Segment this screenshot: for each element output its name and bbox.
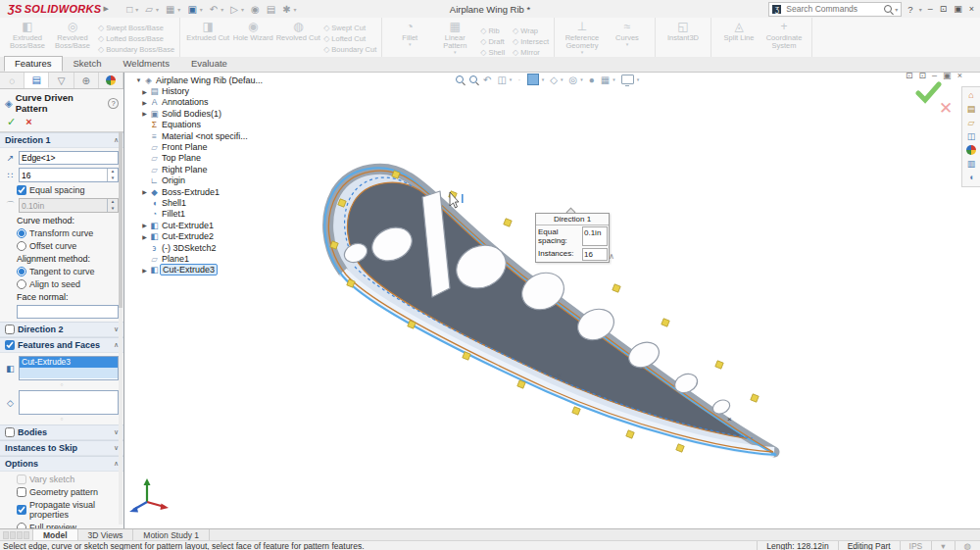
tree-expander-icon[interactable]: ▶: [140, 88, 149, 95]
section-direction2[interactable]: Direction 2 ∨: [0, 322, 123, 337]
tree-expander-icon[interactable]: ▼: [134, 77, 143, 83]
ribbon-button-coordinate-system[interactable]: +Coordinate System: [761, 20, 807, 50]
geometry-pattern-checkbox[interactable]: [17, 487, 26, 497]
select-icon[interactable]: ▷: [230, 4, 238, 15]
direction2-checkbox[interactable]: [5, 325, 15, 334]
tree-expander-icon[interactable]: ▶: [140, 110, 149, 117]
pattern-instance-marker[interactable]: [572, 407, 580, 415]
ribbon-button-lofted-boss-base[interactable]: ◇Lofted Boss/Base: [98, 34, 174, 43]
design-library-icon[interactable]: ▤: [965, 104, 977, 115]
offset-curve-radio[interactable]: [17, 241, 26, 251]
solidworks-forum-icon[interactable]: ◖: [965, 173, 977, 183]
tree-expander-icon[interactable]: ▶: [140, 188, 149, 195]
spacing-spinner[interactable]: ▲▼: [19, 198, 119, 213]
tab-evaluate[interactable]: Evaluate: [180, 56, 238, 72]
previous-view-icon[interactable]: ↶: [483, 75, 491, 85]
status-units-dropdown-icon[interactable]: ▾: [931, 541, 954, 550]
ribbon-button-revolved-cut[interactable]: ◍Revolved Cut: [275, 20, 320, 42]
undo-icon[interactable]: ↶: [210, 4, 218, 15]
pattern-instance-marker[interactable]: [676, 444, 684, 452]
section-instances-to-skip[interactable]: Instances to Skip ∨: [0, 440, 123, 456]
ribbon-button-instant3d[interactable]: ◱Instant3D: [661, 20, 706, 42]
tab-configurationmanager[interactable]: ▽: [49, 73, 74, 88]
help-button[interactable]: ?: [907, 4, 912, 15]
apply-scene-icon[interactable]: ▦: [601, 75, 610, 85]
split-window-icon[interactable]: ⊡: [919, 73, 927, 80]
tooltip-collapse-chevron[interactable]: ∧: [609, 252, 614, 261]
dropdown-arrow-icon[interactable]: ▾: [560, 50, 605, 55]
status-units[interactable]: IPS: [900, 541, 932, 550]
minimize-button[interactable]: –: [928, 4, 933, 14]
cancel-button[interactable]: ×: [25, 116, 31, 128]
display-style-icon[interactable]: ◇: [550, 75, 558, 85]
tree-expander-icon[interactable]: ▶: [140, 99, 149, 106]
ribbon-button-boundary-boss-base[interactable]: ◇Boundary Boss/Base: [98, 45, 174, 54]
hide-show-items-icon[interactable]: ◎: [568, 75, 577, 85]
search-dropdown-icon[interactable]: ▾: [895, 6, 898, 13]
view-tab-motion-study-1[interactable]: Motion Study 1: [133, 529, 210, 540]
face-normal-field[interactable]: [17, 305, 119, 319]
section-features-and-faces[interactable]: Features and Faces ∧: [0, 337, 123, 353]
tab-displaymanager[interactable]: [99, 73, 123, 88]
solidworks-resources-icon[interactable]: ⌂: [965, 90, 977, 101]
tree-item-airplane-wing-rib-defau[interactable]: ▼◈Airplane Wing Rib (Defau...: [134, 75, 306, 85]
custom-properties-icon[interactable]: ▥: [965, 159, 977, 170]
tree-item-annotations[interactable]: ▶AAnnotations: [134, 97, 306, 108]
doc-restore-icon[interactable]: ▣: [943, 73, 952, 80]
tab-propertymanager[interactable]: ▤: [24, 73, 49, 88]
ribbon-button-extruded-cut[interactable]: ◨Extruded Cut: [185, 20, 230, 42]
ribbon-button-mirror[interactable]: ◇Mirror: [513, 48, 549, 57]
appearances-scenes-icon[interactable]: [965, 145, 977, 156]
options-gear-icon[interactable]: ✱: [282, 4, 290, 15]
view-tab-model[interactable]: Model: [32, 529, 78, 540]
rebuild-icon[interactable]: ◉: [251, 4, 260, 15]
doc-minimize-icon[interactable]: –: [932, 73, 937, 80]
confirmation-ok-check[interactable]: [914, 80, 942, 104]
graphics-area[interactable]: × × ▼◈Airplane Wing Rib (Defau...▶▤Histo…: [124, 73, 980, 528]
status-globe-icon[interactable]: ◍: [955, 541, 980, 550]
dropdown-arrow-icon[interactable]: ▾: [432, 50, 477, 55]
tree-expander-icon[interactable]: ▶: [140, 222, 149, 228]
faces-to-pattern-list[interactable]: [19, 390, 119, 415]
logo-flyout-arrow[interactable]: ▶: [103, 5, 109, 13]
features-faces-checkbox[interactable]: [5, 340, 15, 350]
pattern-instance-marker[interactable]: [504, 219, 512, 226]
ribbon-button-hole-wizard[interactable]: ◉Hole Wizard: [230, 20, 275, 42]
ribbon-button-curves[interactable]: ≈Curves▾: [605, 20, 650, 47]
spacing-spin-arrows[interactable]: ▲▼: [107, 199, 118, 212]
print-icon[interactable]: ▣: [187, 4, 196, 15]
selected-feature-item[interactable]: Cut-Extrude3: [20, 357, 118, 368]
file-explorer-icon[interactable]: ▱: [965, 118, 977, 128]
tree-item-cut-extrude3[interactable]: ▶◧Cut-Extrude3: [134, 265, 306, 275]
help-icon[interactable]: ?: [108, 98, 119, 109]
list-resize-grip[interactable]: ○: [5, 383, 119, 387]
ribbon-button-split-line[interactable]: ◬Split Line: [716, 20, 761, 42]
ribbon-button-shell[interactable]: ◇Shell: [480, 48, 505, 57]
list-resize-grip[interactable]: ○: [5, 418, 119, 422]
tree-item-equations[interactable]: ΣEquations: [134, 120, 306, 130]
section-view-icon[interactable]: ◫: [497, 75, 506, 85]
tree-item-material-not-specifi[interactable]: ≡Material <not specifi...: [134, 130, 306, 141]
tree-expander-icon[interactable]: ▶: [140, 267, 149, 274]
tree-item-3dsketch2[interactable]: ϶(-) 3DSketch2: [134, 242, 306, 253]
section-direction1[interactable]: Direction 1 ∧: [0, 132, 123, 148]
doc-close-icon[interactable]: ×: [957, 73, 962, 80]
instances-spinner[interactable]: ▲▼: [19, 168, 119, 182]
align-to-seed-radio[interactable]: [17, 279, 26, 289]
ribbon-button-rib[interactable]: ◇Rib: [480, 26, 505, 35]
tree-item-top-plane[interactable]: ▱Top Plane: [134, 153, 306, 164]
transform-curve-radio[interactable]: [17, 228, 26, 238]
instances-input[interactable]: [20, 169, 107, 181]
pane-split-controls[interactable]: [0, 529, 32, 540]
collapse-button[interactable]: ⊡: [940, 4, 948, 14]
ribbon-button-swept-cut[interactable]: ◇Swept Cut: [323, 24, 376, 32]
pattern-instance-marker[interactable]: [612, 284, 620, 292]
ribbon-button-reference-geometry[interactable]: ⊥Reference Geometry▾: [560, 20, 605, 56]
ribbon-button-revolved-boss-base[interactable]: ◎Revolved Boss/Base: [50, 20, 95, 50]
tree-item-solid-bodies-1[interactable]: ▶▣Solid Bodies(1): [134, 108, 306, 119]
view-palette-icon[interactable]: ◫: [965, 131, 977, 142]
search-input[interactable]: [784, 3, 881, 15]
new-icon[interactable]: □: [126, 4, 132, 15]
confirmation-cancel-x[interactable]: ✕: [939, 98, 953, 119]
tree-item-cut-extrude1[interactable]: ▶◧Cut-Extrude1: [134, 220, 306, 230]
